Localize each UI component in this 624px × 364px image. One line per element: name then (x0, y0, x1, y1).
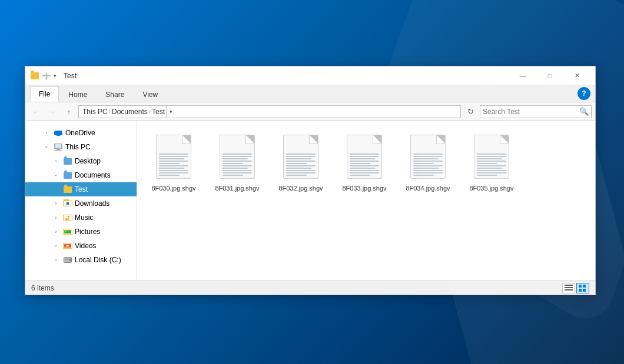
sidebar-label-test: Test (75, 185, 88, 193)
breadcrumb-sep-2: › (149, 108, 151, 115)
sidebar-item-downloads[interactable]: › Downloads (25, 196, 137, 211)
window-title: Test (61, 72, 509, 80)
ribbon-tabs: File Home Share View ? (25, 85, 595, 102)
desktop-icon (63, 156, 72, 166)
file-name-3: 8F033.jpg.shgv (342, 184, 386, 192)
file-icon-container-5 (471, 132, 512, 182)
doc-icon-5 (474, 135, 509, 179)
tab-file[interactable]: File (30, 86, 59, 102)
address-bar: ← → ↑ This PC › Documents › Test ▾ ↻ 🔍 (25, 102, 595, 121)
explorer-window: ▾ Test — □ ✕ File Home Share View ? (25, 66, 596, 295)
file-area: 8F030.jpg.shgv 8F031.jpg.shgv 8F032.jpg.… (137, 121, 595, 280)
expand-arrow-music: › (51, 213, 61, 222)
close-button[interactable]: ✕ (563, 66, 590, 85)
list-view-button[interactable] (562, 283, 575, 293)
svg-point-15 (65, 218, 68, 221)
expand-arrow-local-disk: › (51, 255, 61, 265)
sidebar-label-videos: Videos (75, 242, 96, 250)
help-button[interactable]: ? (577, 87, 590, 100)
expand-arrow-pictures: › (51, 227, 61, 236)
file-icon-container-3 (344, 132, 385, 182)
sidebar-label-local-disk: Local Disk (C:) (75, 256, 121, 264)
search-icon[interactable]: 🔍 (579, 107, 589, 116)
doc-icon-3 (347, 135, 382, 179)
music-icon (63, 213, 72, 222)
expand-arrow-onedrive: › (42, 128, 51, 138)
file-item-5[interactable]: 8F035.jpg.shgv (462, 128, 521, 196)
sidebar-item-local-disk[interactable]: › Local Disk (C:) (25, 253, 137, 267)
svg-rect-38 (583, 289, 586, 292)
minimize-button[interactable]: — (509, 66, 536, 85)
sidebar-item-desktop[interactable]: › Desktop (25, 154, 137, 168)
expand-arrow-documents: › (51, 171, 61, 180)
sidebar-item-onedrive[interactable]: › OneDrive (25, 126, 137, 140)
search-input[interactable] (483, 108, 579, 116)
videos-icon (63, 241, 72, 251)
svg-point-30 (69, 259, 71, 261)
sidebar-label-downloads: Downloads (75, 199, 109, 208)
title-arrow-icon: ▾ (54, 73, 57, 79)
sidebar-item-pictures[interactable]: › Pictures (25, 225, 137, 239)
local-disk-icon (63, 255, 72, 265)
sidebar-item-music[interactable]: › Music (25, 211, 137, 225)
test-folder-icon (63, 185, 72, 194)
sidebar-item-videos[interactable]: › Videos (25, 239, 137, 253)
file-icon-container-0 (153, 132, 194, 182)
tab-home[interactable]: Home (59, 86, 96, 102)
tab-view[interactable]: View (134, 86, 167, 102)
title-bar: ▾ Test — □ ✕ (25, 66, 595, 85)
breadcrumb-test[interactable]: Test (152, 108, 165, 116)
view-buttons (562, 283, 589, 293)
main-content: › OneDrive › (25, 121, 595, 280)
svg-rect-34 (565, 289, 573, 290)
up-button[interactable]: ↑ (62, 105, 76, 119)
expand-arrow-videos: › (51, 241, 61, 251)
doc-lines-1 (223, 153, 252, 176)
refresh-button[interactable]: ↻ (463, 105, 477, 119)
sidebar-label-music: Music (75, 213, 93, 222)
sidebar-item-test[interactable]: Test (25, 182, 137, 196)
file-item-3[interactable]: 8F033.jpg.shgv (335, 128, 394, 196)
sidebar-label-pictures: Pictures (75, 228, 100, 236)
file-name-4: 8F034.jpg.shgv (406, 184, 450, 192)
address-dropdown-button[interactable]: ▾ (166, 105, 175, 118)
sidebar-item-documents[interactable]: › Documents (25, 168, 137, 182)
status-bar: 6 items (25, 280, 595, 295)
svg-rect-7 (55, 150, 61, 151)
sidebar-label-this-pc: This PC (65, 143, 91, 151)
file-item-2[interactable]: 8F032.jpg.shgv (271, 128, 330, 196)
sidebar-item-this-pc[interactable]: › This PC (25, 140, 137, 154)
svg-rect-36 (583, 285, 586, 288)
tab-share[interactable]: Share (97, 86, 133, 102)
expand-arrow-desktop: › (51, 156, 61, 166)
doc-lines-2 (286, 153, 316, 176)
forward-button[interactable]: → (45, 105, 59, 119)
breadcrumb-bar: This PC › Documents › Test ▾ (78, 105, 461, 118)
file-icon-container-2 (280, 132, 321, 182)
svg-rect-31 (65, 259, 68, 260)
doc-lines-0 (159, 153, 188, 176)
svg-rect-17 (68, 216, 70, 217)
back-button[interactable]: ← (29, 105, 43, 119)
window-controls: — □ ✕ (509, 66, 590, 85)
file-item-1[interactable]: 8F031.jpg.shgv (208, 128, 267, 196)
svg-rect-6 (57, 149, 60, 150)
file-item-0[interactable]: 8F030.jpg.shgv (144, 128, 203, 196)
sidebar-label-documents: Documents (75, 171, 111, 179)
breadcrumb-sep-1: › (109, 108, 111, 115)
maximize-button[interactable]: □ (536, 66, 563, 85)
breadcrumb-documents[interactable]: Documents (112, 108, 148, 116)
pictures-icon (63, 227, 72, 236)
title-bar-icons: ▾ (30, 71, 57, 81)
file-item-4[interactable]: 8F034.jpg.shgv (399, 128, 457, 196)
item-count: 6 items (31, 284, 54, 292)
breadcrumb-this-pc[interactable]: This PC (82, 108, 108, 116)
downloads-icon (63, 199, 72, 208)
grid-view-button[interactable] (576, 283, 589, 293)
doc-icon-1 (220, 135, 255, 179)
file-name-1: 8F031.jpg.shgv (215, 184, 259, 192)
pc-icon (54, 142, 63, 152)
onedrive-icon (54, 128, 63, 138)
pin-icon (42, 71, 51, 81)
search-box: 🔍 (480, 105, 592, 118)
